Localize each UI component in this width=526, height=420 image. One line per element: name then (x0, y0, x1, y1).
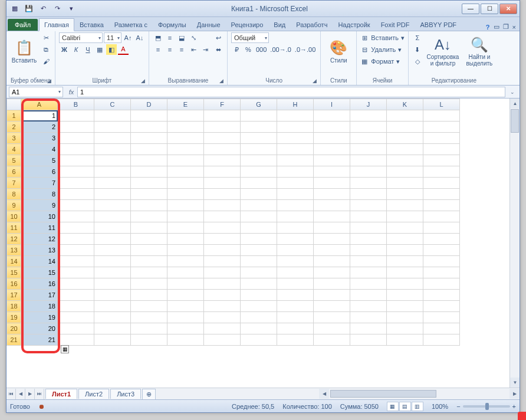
copy-button[interactable]: ⧉ (41, 44, 51, 55)
styles-button[interactable]: 🎨 Стили (324, 32, 353, 71)
cell-B10[interactable] (58, 211, 94, 222)
cell-B19[interactable] (58, 312, 94, 323)
cell-D20[interactable] (131, 323, 167, 334)
cell-I8[interactable] (314, 189, 350, 200)
cell-C4[interactable] (94, 144, 131, 155)
cell-G1[interactable] (241, 110, 277, 122)
cell-J8[interactable] (350, 189, 387, 200)
col-header-B[interactable]: B (58, 99, 94, 110)
font-color-button[interactable]: A (118, 44, 129, 55)
formula-input[interactable]: 1 (77, 87, 505, 97)
cell-I21[interactable] (314, 334, 350, 346)
cell-E3[interactable] (167, 133, 204, 144)
cell-E1[interactable] (167, 110, 204, 122)
row-header-11[interactable]: 11 (7, 222, 21, 234)
hscroll-track[interactable] (329, 389, 509, 398)
col-header-J[interactable]: J (350, 99, 387, 110)
cell-C2[interactable] (94, 122, 131, 133)
cell-K16[interactable] (387, 278, 423, 290)
cell-K1[interactable] (387, 110, 423, 122)
fill-color-button[interactable]: ◧ (106, 44, 117, 55)
qat-customize[interactable]: ▾ (65, 3, 77, 15)
cell-C6[interactable] (94, 166, 131, 178)
cell-I17[interactable] (314, 290, 350, 301)
comma-style-button[interactable]: 000 (255, 44, 268, 55)
cell-A15[interactable]: 15 (21, 267, 58, 278)
grid[interactable]: ABCDEFGHIJKL 112233445566778899101011111… (6, 99, 509, 388)
col-header-I[interactable]: I (314, 99, 350, 110)
cell-A3[interactable]: 3 (21, 133, 58, 144)
cell-B20[interactable] (58, 323, 94, 334)
cell-E19[interactable] (167, 312, 204, 323)
cell-C21[interactable] (94, 334, 131, 346)
cell-I2[interactable] (314, 122, 350, 133)
cell-D14[interactable] (131, 256, 167, 267)
cell-E13[interactable] (167, 245, 204, 256)
cell-D19[interactable] (131, 312, 167, 323)
cell-H10[interactable] (277, 211, 314, 222)
cell-L20[interactable] (423, 323, 460, 334)
cell-C19[interactable] (94, 312, 131, 323)
cell-C12[interactable] (94, 234, 131, 245)
cell-D8[interactable] (131, 189, 167, 200)
cell-E14[interactable] (167, 256, 204, 267)
ribbon-minimize-icon[interactable]: ▭ (494, 23, 499, 31)
cell-D11[interactable] (131, 222, 167, 234)
cell-F14[interactable] (204, 256, 241, 267)
cell-K2[interactable] (387, 122, 423, 133)
cell-E17[interactable] (167, 290, 204, 301)
workbook-restore-icon[interactable]: ❐ (503, 23, 509, 31)
cell-E16[interactable] (167, 278, 204, 290)
cell-G8[interactable] (241, 189, 277, 200)
cell-F9[interactable] (204, 200, 241, 211)
merge-center-button[interactable]: ⬌ (213, 44, 223, 55)
col-header-F[interactable]: F (204, 99, 241, 110)
tab-developer[interactable]: Разработч (291, 18, 333, 31)
cell-D15[interactable] (131, 267, 167, 278)
cell-D21[interactable] (131, 334, 167, 346)
workbook-close-icon[interactable]: × (512, 24, 516, 31)
scroll-right-button[interactable]: ▶ (509, 389, 520, 399)
row-header-3[interactable]: 3 (7, 133, 21, 144)
row-header-17[interactable]: 17 (7, 290, 21, 301)
cell-K8[interactable] (387, 189, 423, 200)
cell-F12[interactable] (204, 234, 241, 245)
cell-B7[interactable] (58, 178, 94, 189)
col-header-K[interactable]: K (387, 99, 423, 110)
row-header-6[interactable]: 6 (7, 166, 21, 178)
cell-L5[interactable] (423, 155, 460, 166)
cell-E21[interactable] (167, 334, 204, 346)
cell-A20[interactable]: 20 (21, 323, 58, 334)
cell-H19[interactable] (277, 312, 314, 323)
number-launcher-icon[interactable]: ◢ (313, 78, 317, 84)
cell-I16[interactable] (314, 278, 350, 290)
cell-F3[interactable] (204, 133, 241, 144)
cell-H5[interactable] (277, 155, 314, 166)
wrap-text-button[interactable]: ↩ (213, 32, 223, 43)
cell-E12[interactable] (167, 234, 204, 245)
cell-D6[interactable] (131, 166, 167, 178)
cell-E10[interactable] (167, 211, 204, 222)
row-header-20[interactable]: 20 (7, 323, 21, 334)
tab-abbyy-pdf[interactable]: ABBYY PDF (415, 18, 462, 31)
tab-formulas[interactable]: Формулы (153, 18, 192, 31)
cell-G11[interactable] (241, 222, 277, 234)
find-select-button[interactable]: 🔍 Найти и выделить (463, 32, 496, 71)
cell-I4[interactable] (314, 144, 350, 155)
cell-J1[interactable] (350, 110, 387, 122)
cell-L6[interactable] (423, 166, 460, 178)
clipboard-launcher-icon[interactable]: ◢ (47, 78, 51, 84)
cell-L7[interactable] (423, 178, 460, 189)
row-header-12[interactable]: 12 (7, 234, 21, 245)
tab-insert[interactable]: Вставка (74, 18, 109, 31)
cell-L3[interactable] (423, 133, 460, 144)
row-header-18[interactable]: 18 (7, 301, 21, 312)
cell-H6[interactable] (277, 166, 314, 178)
cell-E11[interactable] (167, 222, 204, 234)
cell-C9[interactable] (94, 200, 131, 211)
help-icon[interactable]: ? (486, 24, 490, 31)
cell-B11[interactable] (58, 222, 94, 234)
cell-L13[interactable] (423, 245, 460, 256)
col-header-C[interactable]: C (94, 99, 131, 110)
increase-indent-button[interactable]: ⇥ (200, 44, 211, 55)
